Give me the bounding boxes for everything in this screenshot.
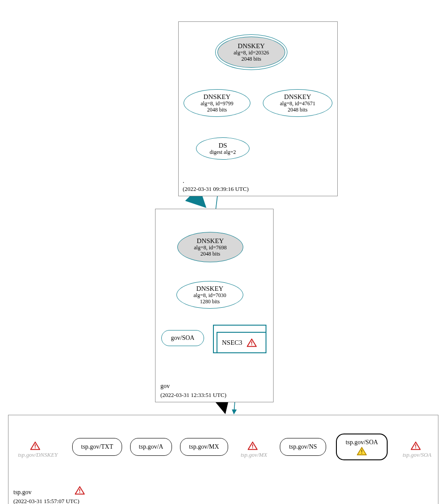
record-label: gov/SOA (171, 335, 195, 342)
tsp-dnskey-ghost: tsp.gov/DNSKEY (13, 451, 62, 459)
warning-icon (247, 339, 257, 347)
zone-root-name: . (183, 178, 184, 185)
warning-icon (30, 442, 40, 450)
tsp-mx[interactable]: tsp.gov/MX (180, 438, 228, 456)
root-dnskey-9799[interactable]: DNSKEY alg=8, id=9799 2048 bits (184, 89, 250, 117)
svg-rect-3 (35, 447, 36, 448)
nsec3-label: NSEC3 (222, 339, 242, 347)
gov-dnskey-ksk[interactable]: DNSKEY alg=8, id=7698 2048 bits (177, 232, 243, 262)
rr-bits: 2048 bits (207, 107, 227, 113)
rr-bits: 2048 bits (241, 56, 261, 62)
rr-title: DNSKEY (197, 237, 224, 245)
rr-title: DNSKEY (284, 93, 311, 101)
zone-gov-timestamp: (2022-03-31 12:33:51 UTC) (160, 392, 226, 399)
record-label: tsp.gov/A (139, 443, 164, 450)
rr-alg: alg=8, id=9799 (200, 101, 233, 107)
svg-rect-7 (361, 453, 362, 454)
dnssec-diagram: . (2022-03-31 09:39:16 UTC) DNSKEY alg=8… (0, 0, 446, 504)
record-label: tsp.gov/NS (289, 443, 317, 450)
zone-gov-name: gov (160, 383, 170, 390)
gov-soa[interactable]: gov/SOA (161, 330, 204, 346)
record-label: tsp.gov/SOA (346, 439, 378, 446)
zone-tsp-name: tsp.gov (13, 489, 32, 496)
root-ds[interactable]: DS digest alg=2 (196, 137, 250, 160)
tsp-mx-ghost: tsp.gov/MX (236, 451, 272, 459)
rr-title: DS (218, 142, 227, 149)
rr-bits: 1280 bits (200, 299, 220, 305)
record-label: tsp.gov/TXT (81, 443, 113, 450)
warning-icon (357, 447, 367, 455)
svg-rect-11 (79, 492, 80, 493)
svg-rect-1 (251, 344, 252, 345)
warning-icon (411, 442, 421, 450)
tsp-soa[interactable]: tsp.gov/SOA (336, 434, 388, 460)
rr-title: DNSKEY (204, 93, 231, 101)
rr-bits: 2048 bits (288, 107, 307, 113)
rr-alg: digest alg=2 (209, 149, 236, 156)
rr-alg: alg=8, id=47671 (280, 101, 315, 107)
rr-alg: alg=8, id=7030 (193, 293, 226, 299)
rr-title: DNSKEY (238, 42, 265, 50)
root-dnskey-47671[interactable]: DNSKEY alg=8, id=47671 2048 bits (263, 89, 332, 117)
gov-dnskey-zsk[interactable]: DNSKEY alg=8, id=7030 1280 bits (176, 281, 243, 309)
tsp-a[interactable]: tsp.gov/A (130, 438, 172, 456)
tsp-dnskey-ghost-warning (30, 442, 40, 452)
warning-icon (75, 486, 85, 495)
rr-bits: 2048 bits (200, 251, 220, 257)
tsp-soa-ghost-warning (411, 442, 421, 452)
zone-tsp-timestamp: (2022-03-31 15:57:07 UTC) (13, 498, 79, 504)
svg-rect-9 (415, 447, 416, 448)
tsp-soa-ghost: tsp.gov/SOA (398, 451, 436, 459)
tsp-zone-warning (75, 486, 85, 496)
tsp-ns[interactable]: tsp.gov/NS (280, 438, 326, 456)
tsp-txt[interactable]: tsp.gov/TXT (72, 438, 122, 456)
svg-rect-8 (415, 444, 416, 447)
svg-rect-10 (79, 489, 80, 492)
tsp-mx-ghost-warning (248, 442, 258, 452)
zone-root-timestamp: (2022-03-31 09:39:16 UTC) (183, 186, 249, 193)
root-dnskey-ksk[interactable]: DNSKEY alg=8, id=20326 2048 bits (217, 37, 285, 68)
svg-rect-2 (35, 444, 36, 447)
warning-icon (248, 442, 258, 450)
svg-rect-6 (361, 450, 362, 452)
record-label: tsp.gov/MX (189, 443, 219, 450)
gov-nsec3[interactable]: NSEC3 (213, 325, 266, 353)
svg-rect-4 (252, 444, 253, 447)
svg-rect-5 (252, 447, 253, 448)
rr-alg: alg=8, id=7698 (194, 245, 227, 251)
rr-title: DNSKEY (196, 285, 224, 293)
rr-alg: alg=8, id=20326 (233, 50, 269, 56)
svg-rect-0 (251, 341, 252, 344)
